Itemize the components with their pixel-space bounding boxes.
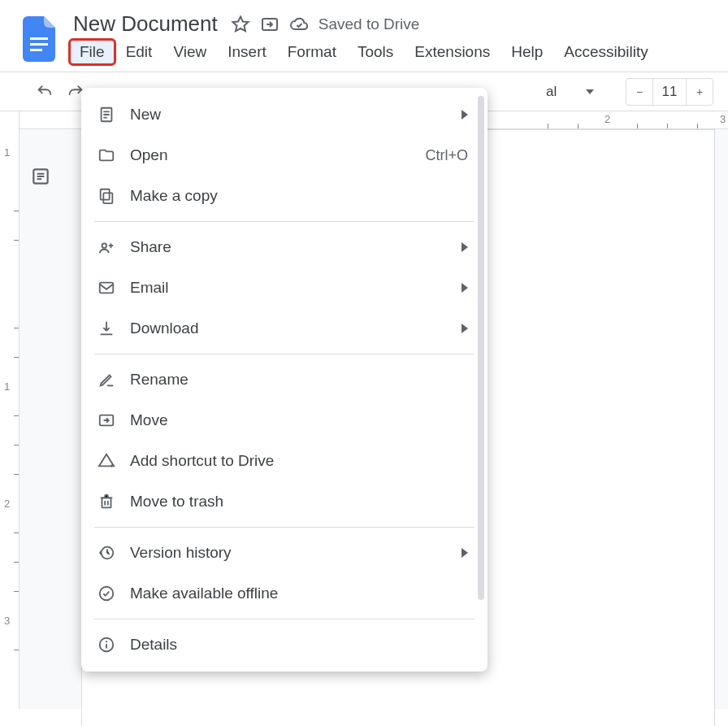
ruler-mark: 3 [4, 615, 10, 627]
svg-rect-14 [30, 37, 48, 40]
details-icon [96, 634, 117, 655]
offline-icon [96, 583, 117, 604]
file-menu-move-to-trash[interactable]: Move to trash [81, 481, 488, 522]
menu-item-label: Email [130, 279, 452, 297]
chevron-right-icon [462, 324, 468, 333]
chevron-right-icon [462, 110, 468, 120]
copy-icon [96, 185, 117, 206]
menu-separator [94, 619, 474, 619]
document-title[interactable]: New Document [70, 11, 221, 37]
font-size-value[interactable]: 11 [652, 79, 687, 105]
menu-extensions[interactable]: Extensions [405, 40, 500, 64]
star-icon[interactable] [231, 15, 250, 34]
file-menu-popup: New Open Ctrl+O Make a copy Share Email … [81, 88, 488, 672]
menu-item-label: New [130, 106, 452, 124]
menu-item-label: Rename [130, 371, 468, 389]
menu-item-label: Details [130, 636, 468, 654]
shortcut-icon [96, 450, 117, 472]
menu-insert[interactable]: Insert [218, 40, 276, 64]
ruler-mark: 3 [720, 113, 726, 125]
font-size-increase-button[interactable]: + [687, 79, 713, 105]
menu-separator [94, 354, 474, 354]
chevron-right-icon [462, 242, 468, 252]
history-icon [96, 542, 117, 563]
outline-toggle-button[interactable] [24, 160, 57, 193]
file-menu-download[interactable]: Download [81, 308, 488, 349]
download-icon [96, 318, 117, 339]
svg-rect-15 [30, 43, 48, 46]
file-menu-new[interactable]: New [81, 94, 488, 135]
menu-file[interactable]: File [70, 40, 115, 64]
file-menu-share[interactable]: Share [81, 227, 488, 267]
menu-item-label: Open [130, 146, 425, 164]
menu-tools[interactable]: Tools [348, 40, 403, 64]
menu-separator [94, 527, 474, 528]
menubar: File Edit View Insert Format Tools Exten… [70, 37, 728, 69]
rename-icon [96, 369, 117, 390]
trash-icon [96, 491, 117, 512]
saved-status-label: Saved to Drive [318, 15, 420, 33]
file-menu-add-shortcut[interactable]: Add shortcut to Drive [81, 441, 488, 481]
vertical-ruler[interactable]: 1 1 2 3 [0, 111, 20, 709]
menu-item-label: Make a copy [130, 187, 468, 205]
file-menu-rename[interactable]: Rename [81, 359, 488, 400]
menu-item-label: Add shortcut to Drive [130, 452, 468, 470]
ruler-mark: 2 [4, 498, 10, 510]
file-menu-email[interactable]: Email [81, 267, 488, 308]
chevron-right-icon [462, 283, 468, 293]
file-menu-open[interactable]: Open Ctrl+O [81, 135, 488, 176]
menu-accessibility[interactable]: Accessibility [554, 40, 657, 64]
menu-item-label: Share [130, 238, 452, 256]
email-icon [96, 277, 117, 298]
menu-edit[interactable]: Edit [116, 40, 162, 64]
move-icon [96, 410, 117, 431]
menu-item-label: Make available offline [130, 585, 468, 602]
file-menu-move[interactable]: Move [81, 400, 488, 441]
file-menu-make-available-offline[interactable]: Make available offline [81, 573, 488, 614]
menu-item-label: Version history [130, 544, 452, 562]
cloud-saved-icon[interactable] [289, 15, 309, 34]
paragraph-style-label: al [546, 84, 557, 100]
file-menu-version-history[interactable]: Version history [81, 533, 488, 573]
doc-icon [96, 104, 117, 125]
ruler-mark: 2 [604, 113, 610, 125]
menu-scrollbar[interactable] [478, 96, 484, 600]
ruler-mark: 1 [4, 146, 10, 159]
menu-view[interactable]: View [163, 40, 216, 64]
font-size-stepper: − 11 + [626, 78, 713, 106]
menu-item-label: Move to trash [130, 493, 468, 511]
font-size-decrease-button[interactable]: − [626, 79, 652, 105]
share-icon [96, 237, 117, 258]
chevron-down-icon [586, 89, 594, 94]
menu-item-label: Move [130, 411, 468, 429]
docs-logo-icon[interactable] [23, 16, 58, 62]
menu-item-label: Download [130, 320, 452, 337]
svg-rect-16 [30, 49, 42, 51]
file-menu-make-copy[interactable]: Make a copy [81, 176, 488, 216]
ruler-mark: 1 [4, 380, 10, 393]
chevron-right-icon [462, 548, 468, 558]
menu-separator [94, 221, 474, 222]
undo-button[interactable] [31, 78, 58, 106]
move-to-drive-icon[interactable] [260, 15, 280, 34]
paragraph-style-select[interactable]: al [538, 78, 619, 106]
menu-item-shortcut: Ctrl+O [425, 147, 468, 164]
folder-icon [96, 145, 117, 166]
menu-help[interactable]: Help [501, 40, 552, 64]
header-bar: New Document Saved to Drive File Edit Vi… [0, 0, 728, 72]
menu-format[interactable]: Format [278, 40, 346, 64]
file-menu-details[interactable]: Details [81, 624, 488, 665]
